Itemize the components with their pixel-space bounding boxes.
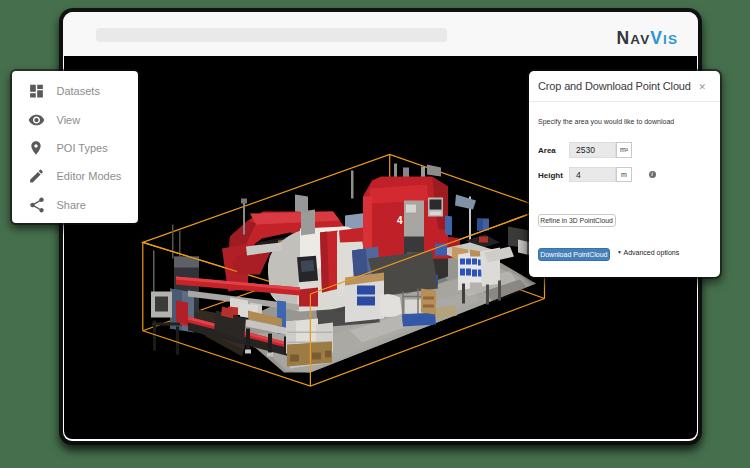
svg-text:4: 4 [397,214,403,225]
